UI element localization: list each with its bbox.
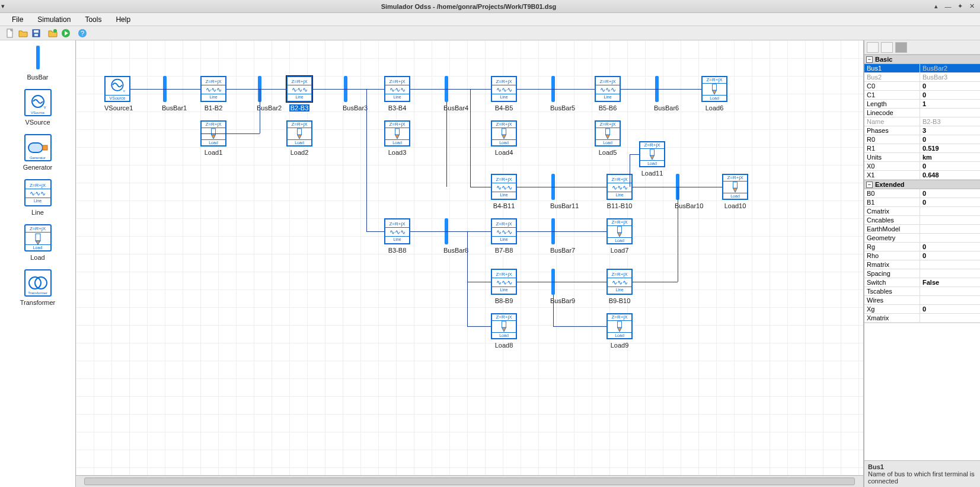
- toolbar: ?: [0, 26, 980, 40]
- palette-transformer[interactable]: Transformer Transformer: [0, 269, 75, 306]
- node-bus5[interactable]: BusBar5: [550, 76, 575, 112]
- node-l_b4b11[interactable]: Z=R+jX∿∿∿LineB4-B11: [491, 174, 517, 209]
- prop-row-rg[interactable]: Rg0: [864, 243, 980, 252]
- prop-row-x1[interactable]: X10.648: [864, 171, 980, 180]
- node-bus9[interactable]: BusBar9: [550, 269, 575, 304]
- node-bus10[interactable]: BusBar10: [675, 174, 703, 209]
- node-load1[interactable]: Z=R+jXLoadLoad1: [200, 120, 226, 156]
- wire: [366, 89, 367, 231]
- node-l_b11b10[interactable]: Z=R+jX∿∿∿LineB11-B10: [606, 174, 633, 209]
- svg-rect-19: [298, 129, 302, 135]
- save-file-button[interactable]: [30, 27, 43, 39]
- prop-section-basic[interactable]: −Basic: [864, 55, 980, 64]
- node-load2[interactable]: Z=R+jXLoadLoad2: [286, 120, 312, 156]
- prop-row-tscables[interactable]: Tscables: [864, 287, 980, 296]
- horizontal-scrollbar[interactable]: [76, 475, 864, 487]
- node-bus6[interactable]: BusBar6: [654, 76, 679, 112]
- prop-row-r1[interactable]: R10.519: [864, 144, 980, 153]
- node-load5[interactable]: Z=R+jXLoadLoad5: [595, 120, 621, 156]
- prop-row-b1[interactable]: B10: [864, 198, 980, 207]
- palette-vsource[interactable]: v VSource VSource: [0, 89, 75, 126]
- prop-row-cncables[interactable]: Cncables: [864, 216, 980, 225]
- node-load7[interactable]: Z=R+jXLoadLoad7: [606, 218, 633, 254]
- minimize-button[interactable]: —: [943, 2, 953, 11]
- prop-row-x0[interactable]: X00: [864, 162, 980, 171]
- menu-tools[interactable]: Tools: [78, 14, 108, 25]
- prop-row-rmatrix[interactable]: Rmatrix: [864, 260, 980, 269]
- node-bus11[interactable]: BusBar11: [550, 174, 579, 209]
- prop-row-units[interactable]: Unitskm: [864, 153, 980, 162]
- prop-row-cmatrix[interactable]: Cmatrix: [864, 207, 980, 216]
- palette-load[interactable]: Z=R+jX Load Load: [0, 224, 75, 261]
- node-l_b8b9[interactable]: Z=R+jX∿∿∿LineB8-B9: [491, 269, 517, 304]
- prop-row-b0[interactable]: B00: [864, 189, 980, 198]
- prop-row-name[interactable]: NameB2-B3: [864, 117, 980, 126]
- prop-row-r0[interactable]: R00: [864, 135, 980, 144]
- node-l_b4b5[interactable]: Z=R+jX∿∿∿LineB4-B5: [491, 76, 517, 112]
- prop-row-xmatrix[interactable]: Xmatrix: [864, 314, 980, 323]
- node-bus1[interactable]: BusBar1: [162, 76, 187, 112]
- node-load11[interactable]: Z=R+jXLoadLoad11: [639, 141, 665, 177]
- node-l_b7b8[interactable]: Z=R+jX∿∿∿LineB7-B8: [491, 218, 517, 254]
- property-help: Bus1 Name of bus to which first terminal…: [864, 460, 980, 487]
- maximize-button[interactable]: ✦: [955, 2, 965, 11]
- prop-row-earthmodel[interactable]: EarthModel: [864, 225, 980, 234]
- prop-row-c0[interactable]: C00: [864, 82, 980, 91]
- svg-rect-20: [395, 129, 400, 135]
- prop-row-phases[interactable]: Phases3: [864, 126, 980, 135]
- prop-row-xg[interactable]: Xg0: [864, 305, 980, 314]
- menu-file[interactable]: File: [5, 14, 30, 25]
- prop-row-rho[interactable]: Rho0: [864, 252, 980, 260]
- node-l_b2b3[interactable]: Z=R+jX∿∿∿LineB2-B3: [286, 76, 312, 112]
- prop-row-length[interactable]: Length1: [864, 100, 980, 109]
- prop-view-other[interactable]: [895, 42, 907, 53]
- node-bus3[interactable]: BusBar3: [343, 76, 368, 112]
- node-load10[interactable]: Z=R+jXLoadLoad10: [722, 174, 748, 209]
- wire: [467, 326, 491, 327]
- menu-simulation[interactable]: Simulation: [30, 14, 78, 25]
- node-bus2[interactable]: BusBar2: [257, 76, 282, 112]
- node-load4[interactable]: Z=R+jXLoadLoad4: [491, 120, 517, 156]
- node-bus8[interactable]: BusBar8: [443, 218, 468, 254]
- menu-help[interactable]: Help: [108, 14, 138, 25]
- prop-view-alpha[interactable]: [881, 42, 893, 53]
- node-load9[interactable]: Z=R+jXLoadLoad9: [606, 313, 633, 349]
- node-l_b3b8[interactable]: Z=R+jX∿∿∿LineB3-B8: [384, 218, 410, 254]
- node-l_b9b10[interactable]: Z=R+jX∿∿∿LineB9-B10: [606, 269, 633, 304]
- export-button[interactable]: [46, 27, 59, 39]
- prop-view-categorized[interactable]: [867, 42, 879, 53]
- minimize-icon[interactable]: ▴: [931, 2, 941, 11]
- new-file-button[interactable]: [4, 27, 17, 39]
- node-load3[interactable]: Z=R+jXLoadLoad3: [384, 120, 410, 156]
- palette-line[interactable]: Z=R+jX ∿∿∿ Line Line: [0, 179, 75, 216]
- palette-busbar[interactable]: BusBar: [0, 44, 75, 81]
- node-load6[interactable]: Z=R+jXLoadLoad6: [701, 76, 727, 112]
- node-l_b1b2[interactable]: Z=R+jX∿∿∿LineB1-B2: [200, 76, 226, 112]
- open-file-button[interactable]: [17, 27, 30, 39]
- prop-row-linecode[interactable]: Linecode: [864, 109, 980, 117]
- wire: [553, 231, 606, 232]
- menubar: File Simulation Tools Help: [0, 13, 980, 26]
- node-bus7[interactable]: BusBar7: [550, 218, 575, 254]
- wire: [470, 89, 471, 187]
- prop-row-spacing[interactable]: Spacing: [864, 269, 980, 278]
- node-l_b5b6[interactable]: Z=R+jX∿∿∿LineB5-B6: [595, 76, 621, 112]
- prop-row-bus2[interactable]: Bus2BusBar3: [864, 73, 980, 82]
- svg-rect-25: [618, 227, 622, 233]
- prop-row-wires[interactable]: Wires: [864, 296, 980, 305]
- prop-row-switch[interactable]: SwitchFalse: [864, 278, 980, 287]
- node-l_b3b4[interactable]: Z=R+jX∿∿∿LineB3-B4: [384, 76, 410, 112]
- prop-row-geometry[interactable]: Geometry: [864, 234, 980, 243]
- prop-row-bus1[interactable]: Bus1BusBar2: [864, 64, 980, 73]
- node-load8[interactable]: Z=R+jXLoadLoad8: [491, 313, 517, 349]
- diagram-canvas[interactable]: vVSourceVSource1BusBar1Z=R+jX∿∿∿LineB1-B…: [76, 40, 864, 475]
- prop-section-extended[interactable]: −Extended: [864, 180, 980, 189]
- palette-generator[interactable]: Generator Generator: [0, 134, 75, 171]
- node-vsrc1[interactable]: vVSourceVSource1: [104, 76, 133, 112]
- node-bus4[interactable]: BusBar4: [443, 76, 468, 112]
- help-button[interactable]: ?: [76, 27, 89, 39]
- run-button[interactable]: [59, 27, 72, 39]
- close-button[interactable]: ✕: [967, 2, 976, 11]
- prop-row-c1[interactable]: C10: [864, 91, 980, 100]
- wire: [260, 89, 286, 90]
